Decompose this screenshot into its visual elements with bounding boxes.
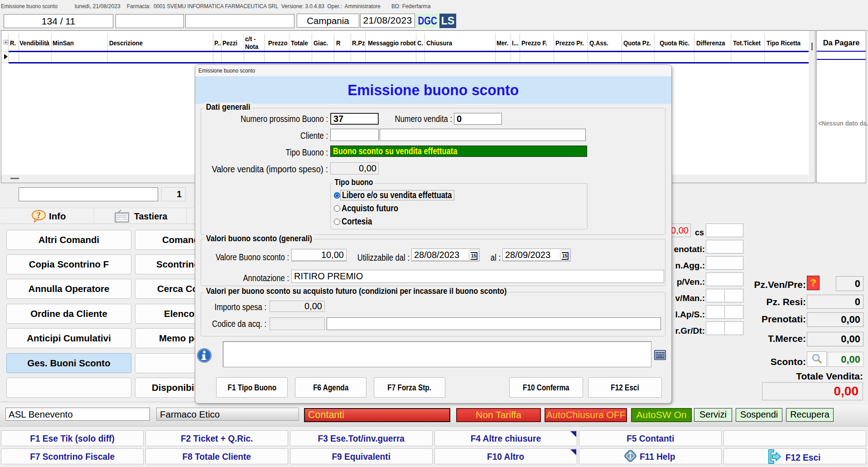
- svg-text:?: ?: [37, 211, 41, 220]
